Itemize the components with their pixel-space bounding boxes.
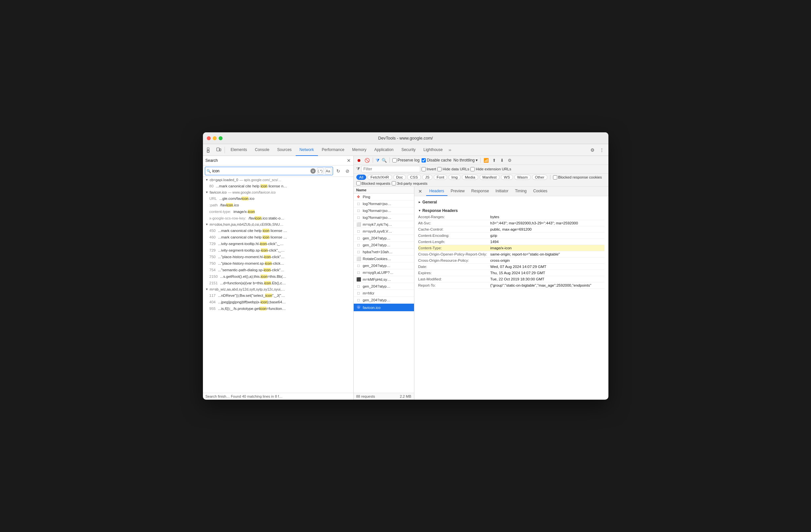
blocked-requests-checkbox[interactable] bbox=[356, 181, 361, 185]
detail-tab-initiator[interactable]: Initiator bbox=[492, 187, 512, 196]
more-tabs-button[interactable]: ›› bbox=[446, 144, 453, 156]
hide-data-urls-label[interactable]: Hide data URLs bbox=[437, 167, 469, 171]
detail-tab-headers[interactable]: Headers bbox=[426, 187, 447, 196]
tab-sources[interactable]: Sources bbox=[273, 144, 296, 156]
result-group-header[interactable]: m=cdos,hsm,jsa,mb4ZUb,d,csi,cEt90b,SNU… bbox=[203, 221, 353, 228]
filter-tag-js[interactable]: JS bbox=[422, 175, 432, 180]
tab-console[interactable]: Console bbox=[251, 144, 273, 156]
disable-cache-label[interactable]: Disable cache bbox=[422, 158, 452, 162]
detail-tab-timing[interactable]: Timing bbox=[512, 187, 530, 196]
request-item-favicon[interactable]: G favicon.ico bbox=[354, 304, 414, 312]
filter-tag-wasm[interactable]: Wasm bbox=[514, 175, 531, 180]
request-item[interactable]: □ hpba?vet=10ah… bbox=[354, 249, 414, 255]
result-item[interactable]: 80 ...mark canonical cite help icon lice… bbox=[203, 183, 353, 189]
result-item[interactable]: 460 ...mark canonical cite help icon lic… bbox=[203, 234, 353, 240]
invert-label[interactable]: Invert bbox=[422, 167, 436, 171]
no-throttling-select[interactable]: No throttling ▾ bbox=[453, 158, 478, 162]
third-party-checkbox[interactable] bbox=[392, 181, 396, 185]
request-item[interactable]: □ log?format=jso… bbox=[354, 201, 414, 207]
general-section-header[interactable]: General bbox=[418, 199, 605, 205]
filter-tag-doc[interactable]: Doc bbox=[393, 175, 406, 180]
filter-icon[interactable]: ⧩ bbox=[376, 158, 380, 163]
request-item[interactable]: □ gen_204?atyp… bbox=[354, 242, 414, 249]
search-net-icon[interactable]: 🔍 bbox=[382, 158, 387, 163]
search-clear-button[interactable]: ✕ bbox=[310, 168, 316, 174]
search-regex-button[interactable]: (.*) bbox=[317, 168, 323, 174]
request-item[interactable]: □ log?format=jso… bbox=[354, 207, 414, 214]
request-item[interactable]: □ m=hfcr bbox=[354, 290, 414, 297]
request-item[interactable]: ⬜ m=syk7,sylc?xj… bbox=[354, 221, 414, 228]
request-item[interactable]: ⬜ RotateCookies… bbox=[354, 255, 414, 262]
result-group-header[interactable]: favicon.ico — www.google.com/favicon.ico bbox=[203, 189, 353, 195]
request-item[interactable]: ⬛ m=kMFpHd,sy… bbox=[354, 276, 414, 283]
tab-elements[interactable]: Elements bbox=[227, 144, 251, 156]
detail-close-button[interactable]: ✕ bbox=[417, 187, 424, 195]
filter-tag-font[interactable]: Font bbox=[434, 175, 447, 180]
minimize-button[interactable] bbox=[213, 136, 217, 140]
maximize-button[interactable] bbox=[219, 136, 223, 140]
result-item[interactable]: x-google-scs-row-key: /favicon.ico:stati… bbox=[203, 215, 353, 221]
result-item[interactable]: :path /favicon.ico bbox=[203, 202, 353, 208]
filter-tag-manifest[interactable]: Manifest bbox=[479, 175, 500, 180]
request-item-ping[interactable]: ❖ Ping bbox=[354, 193, 414, 201]
result-item[interactable]: 729 ...ivity-segment-tooltip.sp-icon-cli… bbox=[203, 247, 353, 253]
detail-tab-cookies[interactable]: Cookies bbox=[530, 187, 551, 196]
result-item[interactable]: 754 ..."semantic-path-dialog.sp-icon-cli… bbox=[203, 267, 353, 273]
third-party-label[interactable]: 3rd-party requests bbox=[392, 181, 427, 185]
request-item[interactable]: □ gen_204?atyp… bbox=[354, 262, 414, 269]
blocked-cookies-checkbox[interactable] bbox=[553, 175, 557, 179]
result-item[interactable]: 404 ...jpeg|jpg|png|tiff|webp|x-icon);ba… bbox=[203, 299, 353, 305]
tab-application[interactable]: Application bbox=[370, 144, 398, 156]
filter-tag-other[interactable]: Other bbox=[532, 175, 548, 180]
inspect-icon[interactable] bbox=[205, 146, 213, 154]
result-item[interactable]: 450 ...mark canonical cite help icon lic… bbox=[203, 228, 353, 234]
export-icon[interactable]: ⬇ bbox=[499, 157, 505, 163]
filter-tag-ws[interactable]: WS bbox=[501, 175, 513, 180]
preserve-log-label[interactable]: Preserve log bbox=[393, 158, 419, 162]
blocked-cookies-label[interactable]: Blocked response cookies bbox=[553, 175, 602, 179]
preserve-log-checkbox[interactable] bbox=[393, 158, 397, 162]
filter-tag-img[interactable]: Img bbox=[448, 175, 461, 180]
filter-tag-media[interactable]: Media bbox=[462, 175, 478, 180]
search-input[interactable] bbox=[212, 169, 309, 173]
hide-ext-urls-checkbox[interactable] bbox=[470, 167, 475, 171]
filter-tag-all[interactable]: All bbox=[356, 175, 367, 180]
tab-security[interactable]: Security bbox=[397, 144, 419, 156]
result-item[interactable]: 750 ..."place-history-moment.hl-icon-cli… bbox=[203, 253, 353, 260]
filter-tag-fetchxhr[interactable]: Fetch/XHR bbox=[367, 175, 392, 180]
hide-ext-urls-label[interactable]: Hide extension URLs bbox=[470, 167, 511, 171]
clear-button[interactable]: 🚫 bbox=[364, 157, 370, 163]
request-item[interactable]: □ gen_204?atyp… bbox=[354, 283, 414, 290]
filter-input[interactable] bbox=[361, 166, 420, 172]
detail-tab-response[interactable]: Response bbox=[468, 187, 492, 196]
response-headers-section-header[interactable]: Response Headers bbox=[418, 207, 605, 214]
result-item[interactable]: 955 ...is,6});_.fs.prototype.geticon=fun… bbox=[203, 305, 353, 312]
request-item[interactable]: □ gen_204?atyp… bbox=[354, 235, 414, 242]
blocked-requests-label[interactable]: Blocked requests bbox=[356, 181, 391, 185]
result-item[interactable]: 2151 ...d=function(a){var b=this.icon.Eb… bbox=[203, 280, 353, 286]
request-item[interactable]: □ m=syg9,aLUfP?… bbox=[354, 269, 414, 276]
tab-lighthouse[interactable]: Lighthouse bbox=[419, 144, 447, 156]
result-group-header[interactable]: m=sb_wiz,aa,abd,sy12d,sytt,sytp,sy12c,sy… bbox=[203, 286, 353, 292]
hide-data-urls-checkbox[interactable] bbox=[437, 167, 442, 171]
search-refresh-icon[interactable]: ↻ bbox=[334, 167, 342, 175]
tab-performance[interactable]: Performance bbox=[318, 144, 349, 156]
tab-network[interactable]: Network bbox=[296, 144, 318, 156]
settings-icon[interactable]: ⚙ bbox=[589, 146, 597, 154]
import-icon[interactable]: ⬆ bbox=[491, 157, 497, 163]
device-icon[interactable] bbox=[215, 146, 223, 154]
result-item[interactable]: URL ...gle.com/favicon.ico bbox=[203, 195, 353, 202]
filter-tag-css[interactable]: CSS bbox=[407, 175, 421, 180]
result-item[interactable]: 117 ...nDReve"));Bw.set("select_icon",_J… bbox=[203, 292, 353, 299]
request-item[interactable]: □ m=syv9,syv8,V… bbox=[354, 228, 414, 235]
disable-cache-checkbox[interactable] bbox=[422, 158, 426, 162]
filter-funnel-icon[interactable]: ⧩ bbox=[356, 167, 360, 172]
result-item[interactable]: 750 ..."place-history-moment.sp-icon-cli… bbox=[203, 260, 353, 267]
request-item[interactable]: □ log?format=jso… bbox=[354, 214, 414, 221]
result-item[interactable]: content-type: image/x-icon bbox=[203, 208, 353, 215]
result-item[interactable]: 2150 ...s.getRoot().el(),a);this.icon=th… bbox=[203, 273, 353, 280]
detail-tab-preview[interactable]: Preview bbox=[447, 187, 468, 196]
result-item[interactable]: 729 ...ivity-segment-tooltip.hl-icon-cli… bbox=[203, 240, 353, 247]
record-button[interactable]: ⏺ bbox=[356, 157, 362, 163]
result-group-header[interactable]: cb=gapi.loaded_0 — apis.google.com/_scs/… bbox=[203, 177, 353, 183]
